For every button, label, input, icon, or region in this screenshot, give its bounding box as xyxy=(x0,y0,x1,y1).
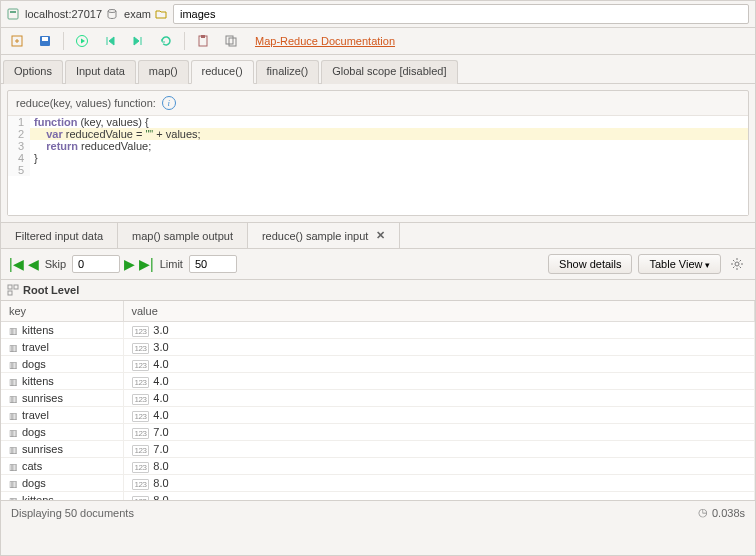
data-table: key value ▥kittens1233.0▥travel1233.0▥do… xyxy=(1,301,755,501)
table-row[interactable]: ▥dogs1238.0 xyxy=(1,475,755,492)
toolbar: Map-Reduce Documentation xyxy=(1,28,755,55)
code-editor-block: reduce(key, values) function: i 1functio… xyxy=(7,90,749,216)
type-icon: 123 xyxy=(132,343,150,354)
view-mode-dropdown[interactable]: Table View xyxy=(638,254,721,274)
doc-icon: ▥ xyxy=(9,394,18,404)
type-icon: 123 xyxy=(132,360,150,371)
doc-icon: ▥ xyxy=(9,360,18,370)
skip-input[interactable] xyxy=(72,255,120,273)
connection-bar: localhost:27017 exam xyxy=(1,1,755,28)
column-header-key[interactable]: key xyxy=(1,301,123,322)
doc-icon: ▥ xyxy=(9,428,18,438)
collection-label: exam xyxy=(124,8,151,20)
reload-icon[interactable] xyxy=(156,32,176,50)
type-icon: 123 xyxy=(132,445,150,456)
code-line: 5 xyxy=(8,164,748,176)
copy-icon[interactable] xyxy=(221,32,241,50)
collection-input[interactable] xyxy=(173,4,749,24)
limit-input[interactable] xyxy=(189,255,237,273)
type-icon: 123 xyxy=(132,394,150,405)
type-icon: 123 xyxy=(132,479,150,490)
connection-label: localhost:27017 xyxy=(25,8,102,20)
table-row[interactable]: ▥kittens1233.0 xyxy=(1,322,755,339)
table-row[interactable]: ▥sunrises1237.0 xyxy=(1,441,755,458)
tab-map-[interactable]: map() xyxy=(138,60,189,84)
new-icon[interactable] xyxy=(7,32,27,50)
svg-rect-8 xyxy=(201,35,205,38)
table-row[interactable]: ▥kittens1234.0 xyxy=(1,373,755,390)
clock-icon: ◷ xyxy=(698,506,708,519)
result-tabs: Filtered input datamap() sample outputre… xyxy=(1,222,755,249)
limit-label: Limit xyxy=(160,258,183,270)
type-icon: 123 xyxy=(132,326,150,337)
svg-rect-12 xyxy=(8,285,12,289)
doc-icon: ▥ xyxy=(9,411,18,421)
code-editor[interactable]: 1function (key, values) {2 var reducedVa… xyxy=(8,115,748,215)
next-page-icon[interactable]: ▶ xyxy=(124,256,135,272)
step-back-icon[interactable] xyxy=(100,32,120,50)
skip-label: Skip xyxy=(45,258,66,270)
code-line: 4} xyxy=(8,152,748,164)
tab-global-scope-disabled-[interactable]: Global scope [disabled] xyxy=(321,60,457,84)
result-tab[interactable]: Filtered input data xyxy=(1,223,118,248)
main-tabs: OptionsInput datamap()reduce()finalize()… xyxy=(1,55,755,84)
table-row[interactable]: ▥sunrises1234.0 xyxy=(1,390,755,407)
prev-page-icon[interactable]: ◀ xyxy=(28,256,39,272)
close-icon[interactable]: ✕ xyxy=(376,229,385,242)
server-icon xyxy=(7,8,21,20)
gear-icon[interactable] xyxy=(727,255,747,273)
elapsed-time: 0.038s xyxy=(712,507,745,519)
root-level-label: Root Level xyxy=(23,284,79,296)
tab-finalize-[interactable]: finalize() xyxy=(256,60,320,84)
doc-icon: ▥ xyxy=(9,462,18,472)
pager-bar: |◀ ◀ Skip ▶ ▶| Limit Show details Table … xyxy=(1,249,755,280)
doc-icon: ▥ xyxy=(9,445,18,455)
svg-rect-0 xyxy=(8,9,18,19)
code-line: 2 var reducedValue = "" + values; xyxy=(8,128,748,140)
doc-icon: ▥ xyxy=(9,326,18,336)
type-icon: 123 xyxy=(132,377,150,388)
tab-options[interactable]: Options xyxy=(3,60,63,84)
table-row[interactable]: ▥dogs1237.0 xyxy=(1,424,755,441)
doc-icon: ▥ xyxy=(9,479,18,489)
type-icon: 123 xyxy=(132,462,150,473)
database-icon xyxy=(106,8,120,20)
clipboard-icon[interactable] xyxy=(193,32,213,50)
svg-point-2 xyxy=(108,10,116,13)
first-page-icon[interactable]: |◀ xyxy=(9,256,24,272)
table-row[interactable]: ▥travel1234.0 xyxy=(1,407,755,424)
table-row[interactable]: ▥kittens1238.0 xyxy=(1,492,755,502)
table-row[interactable]: ▥cats1238.0 xyxy=(1,458,755,475)
last-page-icon[interactable]: ▶| xyxy=(139,256,154,272)
result-tab[interactable]: map() sample output xyxy=(118,223,248,248)
result-tab[interactable]: reduce() sample input✕ xyxy=(248,223,400,248)
editor-title-bar: reduce(key, values) function: i xyxy=(8,91,748,115)
step-forward-icon[interactable] xyxy=(128,32,148,50)
svg-rect-1 xyxy=(10,11,16,13)
doc-icon: ▥ xyxy=(9,377,18,387)
svg-point-11 xyxy=(735,262,739,266)
folder-icon xyxy=(155,8,169,20)
docs-link[interactable]: Map-Reduce Documentation xyxy=(249,35,395,47)
type-icon: 123 xyxy=(132,428,150,439)
root-level-bar[interactable]: Root Level xyxy=(1,280,755,301)
status-bar: Displaying 50 documents ◷ 0.038s xyxy=(1,501,755,524)
table-row[interactable]: ▥dogs1234.0 xyxy=(1,356,755,373)
svg-rect-5 xyxy=(42,37,48,41)
table-row[interactable]: ▥travel1233.0 xyxy=(1,339,755,356)
tab-input-data[interactable]: Input data xyxy=(65,60,136,84)
info-icon[interactable]: i xyxy=(162,96,176,110)
tree-icon xyxy=(7,284,19,296)
show-details-button[interactable]: Show details xyxy=(548,254,632,274)
svg-rect-13 xyxy=(14,285,18,289)
svg-rect-14 xyxy=(8,291,12,295)
tab-reduce-[interactable]: reduce() xyxy=(191,60,254,84)
type-icon: 123 xyxy=(132,411,150,422)
doc-icon: ▥ xyxy=(9,343,18,353)
data-table-wrap[interactable]: key value ▥kittens1233.0▥travel1233.0▥do… xyxy=(1,301,755,501)
status-text: Displaying 50 documents xyxy=(11,507,134,519)
code-line: 3 return reducedValue; xyxy=(8,140,748,152)
run-icon[interactable] xyxy=(72,32,92,50)
save-icon[interactable] xyxy=(35,32,55,50)
column-header-value[interactable]: value xyxy=(123,301,755,322)
